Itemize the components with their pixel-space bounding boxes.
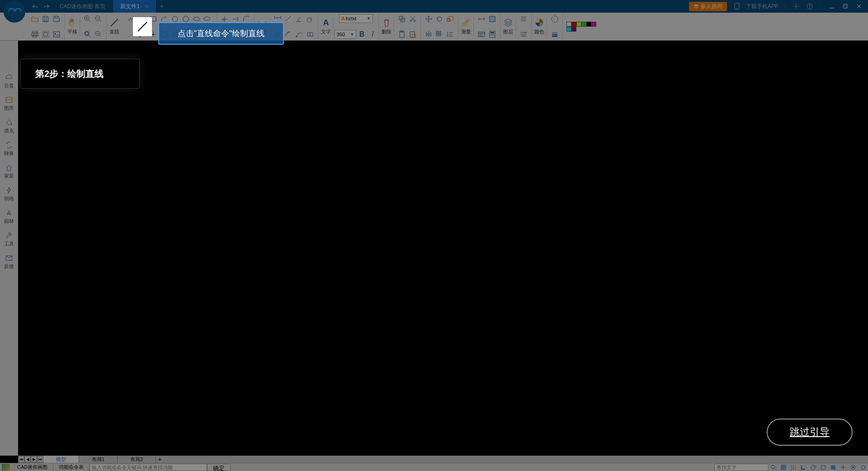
id-icon[interactable] <box>476 29 486 39</box>
settings-icon[interactable] <box>792 2 801 11</box>
tab-next-icon[interactable]: ▶ <box>31 456 37 462</box>
grid-icon[interactable] <box>779 464 788 471</box>
zoom-out-icon[interactable] <box>94 14 104 24</box>
sidebar-fill[interactable]: 填充 <box>0 115 18 137</box>
dim-arc-icon[interactable] <box>283 29 293 39</box>
color-tool[interactable]: 颜色 <box>532 18 547 36</box>
save-icon[interactable] <box>41 14 51 24</box>
sidebar-garden[interactable]: A 园林 <box>0 205 18 228</box>
tab-last-icon[interactable]: ⏭ <box>37 456 43 462</box>
text-tool[interactable]: A 文字 <box>318 18 334 36</box>
sidebar-elec[interactable]: 弱电 <box>0 183 18 205</box>
osnap-icon[interactable] <box>819 464 827 471</box>
search-text-input[interactable] <box>714 464 769 471</box>
font-size-input[interactable] <box>337 32 349 37</box>
image-icon[interactable] <box>52 29 61 39</box>
zoom-fit-icon[interactable] <box>83 29 93 39</box>
swatch[interactable] <box>586 22 591 27</box>
sidebar-cloud[interactable]: 云盘 <box>0 70 18 92</box>
print-area-icon[interactable] <box>41 29 51 39</box>
saveas-icon[interactable] <box>52 14 61 24</box>
add-layout-button[interactable]: + <box>156 456 163 463</box>
tolerance-icon[interactable] <box>305 29 315 39</box>
sidebar-convert[interactable]: 转换 <box>0 137 18 160</box>
crosshair-icon[interactable] <box>839 464 847 471</box>
cut-icon[interactable] <box>408 14 418 24</box>
help-icon[interactable]: ? <box>805 2 814 11</box>
leader-icon[interactable] <box>294 29 304 39</box>
line-tool-highlight[interactable] <box>133 17 152 36</box>
confirm-button[interactable]: 确定 <box>207 464 231 471</box>
polar-icon[interactable] <box>809 464 817 471</box>
close-window-icon[interactable] <box>854 2 863 11</box>
scale-icon[interactable] <box>445 14 455 24</box>
search-icon[interactable] <box>769 464 778 471</box>
area-icon[interactable] <box>487 14 497 24</box>
tab-file-1[interactable]: 新文件1 × <box>113 0 156 13</box>
dim-radius-icon[interactable] <box>305 14 315 24</box>
paste-block-icon[interactable] <box>408 29 418 39</box>
align-icon[interactable] <box>445 29 455 39</box>
redo-icon[interactable] <box>42 2 51 10</box>
swatch[interactable] <box>576 22 581 27</box>
tab-home[interactable]: CAD迷你画图-首页 <box>52 0 113 13</box>
drawing-canvas[interactable] <box>18 41 868 456</box>
measure-tool[interactable]: 测量 <box>458 18 474 36</box>
sidebar-tools[interactable]: 工具 <box>0 228 18 250</box>
calc-icon[interactable] <box>487 29 497 39</box>
dim-aligned-icon[interactable] <box>283 14 293 24</box>
tab-layout2[interactable]: 布局2 <box>118 456 156 463</box>
dim-angular-icon[interactable] <box>294 14 304 24</box>
skip-tutorial-button[interactable]: 跳过引导 <box>767 419 853 446</box>
swatch[interactable] <box>566 27 571 32</box>
maximize-icon[interactable] <box>841 2 850 11</box>
font-name-select[interactable]: A ▼ <box>339 14 373 23</box>
tab-first-icon[interactable]: ⏮ <box>18 456 24 462</box>
pan-tool[interactable]: 平移 <box>65 18 80 36</box>
tab-prev-icon[interactable]: ◀ <box>24 456 31 462</box>
add-tab-button[interactable]: + <box>156 2 167 10</box>
layer-props-icon[interactable] <box>519 14 528 24</box>
close-tab-icon[interactable]: × <box>145 3 149 10</box>
move-icon[interactable] <box>424 14 434 24</box>
lwt-icon[interactable] <box>829 464 837 471</box>
swatch[interactable] <box>591 22 596 27</box>
linetype-icon[interactable] <box>550 14 560 24</box>
snap-icon[interactable] <box>789 464 797 471</box>
zoom-window-icon[interactable] <box>94 29 104 39</box>
lineweight-icon[interactable] <box>550 29 560 39</box>
mirror-icon[interactable] <box>424 29 434 39</box>
sidebar-gallery[interactable]: 图库 <box>0 92 18 115</box>
ortho-icon[interactable] <box>799 464 807 471</box>
line-tool[interactable]: 直线 <box>107 18 122 36</box>
print-icon[interactable] <box>30 29 40 39</box>
phone-icon[interactable] <box>732 2 741 11</box>
layer-tool[interactable]: 图层 <box>500 18 516 36</box>
open-icon[interactable] <box>30 14 40 24</box>
tab-layout1[interactable]: 布局1 <box>79 456 118 463</box>
sb-appname[interactable]: CAD迷你画图 <box>12 463 53 471</box>
zoom-in-icon[interactable] <box>83 14 93 24</box>
bold-button[interactable]: B <box>357 29 367 39</box>
rotate-icon[interactable] <box>434 14 444 24</box>
sidebar-home[interactable]: 家装 <box>0 160 18 183</box>
copy-icon[interactable] <box>397 14 407 24</box>
command-input[interactable] <box>90 464 207 471</box>
swatch[interactable] <box>566 22 571 27</box>
cycle-icon[interactable] <box>859 464 867 471</box>
italic-button[interactable]: I <box>368 29 378 39</box>
app-logo[interactable] <box>4 1 25 23</box>
array-icon[interactable] <box>434 29 444 39</box>
swatch[interactable] <box>581 22 586 27</box>
tab-model[interactable]: 模型 <box>43 456 79 463</box>
swatch[interactable] <box>571 27 576 32</box>
font-size-select[interactable]: ▼ <box>335 30 356 39</box>
font-name-input[interactable] <box>346 16 366 21</box>
delete-tool[interactable]: 删除 <box>379 18 394 36</box>
sb-cmd-tab[interactable]: 功能命令表 <box>53 463 90 471</box>
dist-icon[interactable] <box>476 14 486 24</box>
minimize-icon[interactable] <box>827 2 836 11</box>
paste-icon[interactable] <box>397 29 407 39</box>
collab-button[interactable]: 多人协同 <box>689 2 727 11</box>
sidebar-feedback[interactable]: 反馈 <box>0 250 18 273</box>
